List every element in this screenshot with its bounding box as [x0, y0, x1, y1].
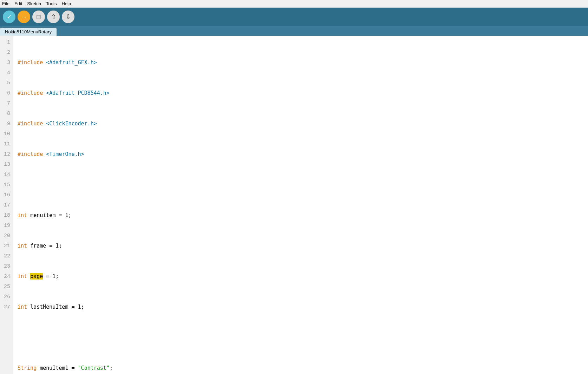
code-line-7: int frame = 1; — [18, 241, 584, 251]
verify-button[interactable]: ✓ — [3, 11, 15, 23]
save-button[interactable]: ⇩ — [62, 11, 74, 23]
upload-button[interactable]: → — [18, 11, 30, 23]
toolbar: ✓ → □ ⇧ ⇩ — [0, 8, 588, 26]
menu-edit[interactable]: Edit — [14, 1, 22, 6]
line-numbers: 1 2 3 4 5 6 7 8 9 10 11 12 13 14 15 16 1… — [0, 36, 13, 374]
menu-file[interactable]: File — [2, 1, 9, 6]
code-line-9: int lastMenuItem = 1; — [18, 302, 584, 312]
code-line-5 — [18, 180, 584, 190]
code-line-3: #include <ClickEncoder.h> — [18, 119, 584, 129]
code-line-2: #include <Adafruit_PCD8544.h> — [18, 88, 584, 98]
menu-help[interactable]: Help — [61, 1, 71, 6]
menu-tools[interactable]: Tools — [46, 1, 57, 6]
code-editor[interactable]: 1 2 3 4 5 6 7 8 9 10 11 12 13 14 15 16 1… — [0, 36, 588, 374]
open-button[interactable]: ⇧ — [47, 11, 60, 23]
code-line-10 — [18, 333, 584, 343]
code-line-11: String menuItem1 = "Contrast"; — [18, 363, 584, 373]
code-line-6: int menuitem = 1; — [18, 210, 584, 221]
tab-bar: Nokia5110MenuRotary — [0, 26, 588, 36]
tab-nokia5110[interactable]: Nokia5110MenuRotary — [0, 28, 57, 36]
code-line-1: #include <Adafruit_GFX.h> — [18, 58, 584, 68]
menu-bar: File Edit Sketch Tools Help — [0, 0, 588, 8]
code-line-8: int page = 1; — [18, 271, 584, 282]
code-lines[interactable]: #include <Adafruit_GFX.h> #include <Adaf… — [13, 36, 588, 374]
menu-sketch[interactable]: Sketch — [27, 1, 41, 6]
code-line-4: #include <TimerOne.h> — [18, 149, 584, 159]
new-button[interactable]: □ — [32, 11, 45, 23]
